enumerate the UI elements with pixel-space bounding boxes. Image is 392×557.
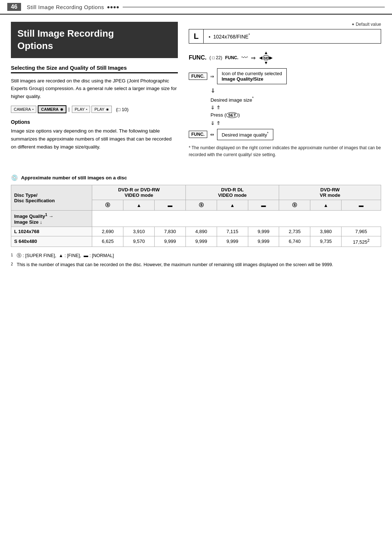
func-squiggle-icon: 〰 [241,54,248,62]
quality-sf-2: ⓢ [185,200,217,211]
image-size-label: L [189,29,204,43]
quality-sf-3: ⓢ [279,200,310,211]
func-diagram: FUNC. ( □ 22) FUNC. 〰 ⇒ ▲ ◀SET▶ ▼ FUNC. [189,50,381,158]
section-heading: Selecting the Size and Quality of Still … [11,65,178,73]
step2-text: Desired image size* [211,96,381,103]
options-heading: Options [11,119,178,125]
updown-arrows-1: ⇓ ⇑ [211,103,381,112]
step4-box: Desired image quality* [217,129,273,140]
mode-camera-still-on[interactable]: CAMERA ◉ [38,105,66,113]
left-column: Still Image Recording Options Selecting … [11,22,178,163]
cell-S-n-3: 17,5252 [342,236,381,247]
footnotes-area: 1 ⓢ : [SUPER FINE], ▲ : [FINE], ▬ : [NOR… [11,252,381,269]
cell-L-f-1: 3,910 [123,227,155,236]
cell-S-n-1: 9,999 [155,236,186,247]
col-dvdr-dl: DVD-R DLVIDEO mode [185,185,279,200]
quality-f-3: ▲ [310,200,342,211]
footnote-2: 2 This is the number of images that can … [11,261,381,269]
cell-L-n-1: 7,830 [155,227,186,236]
cell-S-n-2: 9,999 [248,236,279,247]
top-bar-title: Still Image Recording Options [27,4,104,10]
quality-f-2: ▲ [217,200,248,211]
footnote-2-text: This is the number of images that can be… [17,261,333,269]
table-section-heading: 💿 Approximate number of still images on … [11,174,381,181]
quality-n-2: ▬ [248,200,279,211]
footnote-1-text: ⓢ : [SUPER FINE], ▲ : [FINE], ▬ : [NORMA… [17,252,114,260]
cell-L-f-2: 7,115 [217,227,248,236]
step1-text-normal: Icon of the currently selected [222,71,282,76]
quality-n-1: ▬ [155,200,186,211]
table-heading-text: Approximate number of still images on a … [21,175,127,180]
section-body: Still images are recorded on the disc us… [11,77,178,101]
cell-S-f-3: 9,735 [310,236,342,247]
quality-sf-1: ⓢ [92,200,123,211]
lower-section: 💿 Approximate number of still images on … [0,174,392,280]
right-column: Default value L ▪ 1024x768/FINE* FUNC. (… [185,22,381,163]
col-disc-type: Disc Type/ Disc Specification [11,185,92,211]
data-table: Disc Type/ Disc Specification DVD-R or D… [11,185,381,247]
quality-f-1: ▲ [123,200,155,211]
cell-L-n-2: 9,999 [248,227,279,236]
image-size-value: ▪ 1024x768/FINE* [204,31,255,42]
page-title: Still Image Recording Options [11,22,178,58]
quality-label-cell: Image Quality1 → Image Size ↓ [11,211,92,227]
func-label: FUNC. [189,54,207,61]
arrow-sym-1: ⇒ [210,74,214,79]
cell-L-sf-3: 2,735 [279,227,310,236]
cell-L-sf-2: 4,890 [185,227,217,236]
func-footnote: * The number displayed on the right corn… [189,145,381,158]
row-label-S: S 640x480 [11,236,92,247]
set-button-icon: SET [226,112,238,118]
options-body: Image size options vary depending on the… [11,127,178,151]
col-dvdr-dvdrw: DVD-R or DVD-RWVIDEO mode [92,185,185,200]
arrow-right-icon: ⇒ [251,54,256,61]
cell-S-f-2: 9,999 [217,236,248,247]
table-header-row: Disc Type/ Disc Specification DVD-R or D… [11,185,381,200]
default-value-note: Default value [189,22,381,27]
dpad-icon: ▲ ◀SET▶ ▼ [258,50,274,65]
image-size-row: L ▪ 1024x768/FINE* [189,29,381,44]
quality-n-3: ▬ [342,200,381,211]
cell-S-sf-1: 6,625 [92,236,123,247]
down-arrow-1: ⇓ [211,86,381,96]
top-bar: 46 Still Image Recording Options ●●●● [0,0,392,15]
cell-L-f-3: 3,980 [310,227,342,236]
cell-S-f-1: 9,570 [123,236,155,247]
func-box-1: FUNC. [189,73,207,80]
footnote-1: 1 ⓢ : [SUPER FINE], ▲ : [FINE], ▬ : [NOR… [11,252,381,260]
func-page-ref: ( □ 22) [209,55,222,60]
top-bar-line [123,7,385,7]
table-quality-label-row: Image Quality1 → Image Size ↓ [11,211,381,227]
page-number: 46 [7,3,21,11]
updown-arrows-2: ⇓ ⇑ [211,119,381,128]
mode-play-off[interactable]: PLAY ▪ [72,106,90,113]
col-dvdrw-vr: DVD-RWVR mode [279,185,381,200]
step3-text: Press (SET) [211,112,381,118]
cell-S-sf-3: 6,740 [279,236,310,247]
table-row-S: S 640x480 6,625 9,570 9,999 9,999 9,999 … [11,236,381,247]
func-text: FUNC. [225,55,238,60]
disc-icon: 💿 [11,174,18,181]
step1-box: Icon of the currently selected Image Qua… [217,68,287,84]
func-box-2: FUNC. [189,131,207,138]
top-bar-dots: ●●●● [106,4,119,10]
arrow-sym-2: ⇔ [210,132,214,137]
table-row-L: L 1024x768 2,690 3,910 7,830 4,890 7,115… [11,227,381,236]
main-content: Still Image Recording Options Selecting … [0,15,392,171]
step1-text-bold: Image Quality/Size [222,76,282,82]
step1-row: FUNC. ⇒ Icon of the currently selected I… [189,68,381,84]
cell-L-sf-1: 2,690 [92,227,123,236]
cell-L-n-3: 7,965 [342,227,381,236]
step4-row: FUNC. ⇔ Desired image quality* [189,129,381,140]
row-label-L: L 1024x768 [11,227,92,236]
func-main-row: FUNC. ( □ 22) FUNC. 〰 ⇒ ▲ ◀SET▶ ▼ [189,50,381,65]
page-ref-modes: (□ 10) [116,107,129,112]
mode-play-still[interactable]: PLAY ◉ [91,106,111,113]
mode-buttons: CAMERA ▪ CAMERA ◉ | PLAY ▪ PLAY ◉ (□ 10) [11,105,178,113]
cell-S-sf-2: 9,999 [185,236,217,247]
mode-camera-still-off[interactable]: CAMERA ▪ [11,106,36,113]
